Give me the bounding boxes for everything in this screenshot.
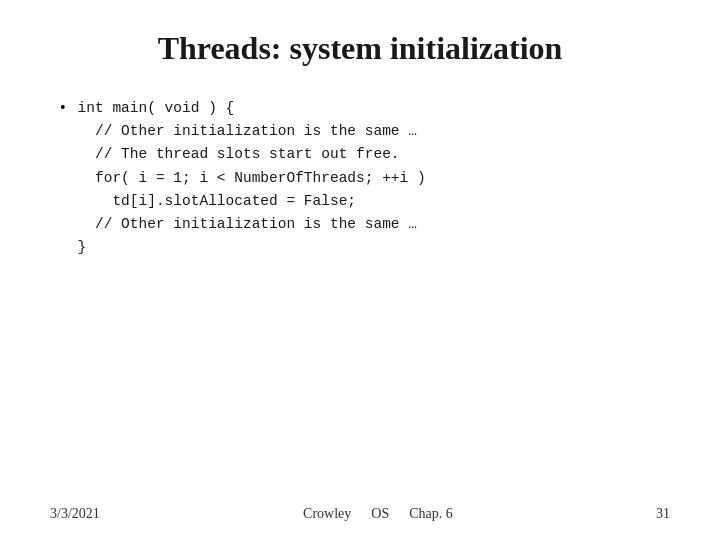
code-block: int main( void ) { // Other initializati… — [78, 97, 426, 259]
footer-subject: OS — [371, 506, 389, 522]
footer-author: Crowley — [303, 506, 351, 522]
footer-page: 31 — [656, 506, 670, 522]
slide-container: Threads: system initialization • int mai… — [0, 0, 720, 540]
footer: 3/3/2021 Crowley OS Chap. 6 31 — [50, 506, 670, 522]
slide-title: Threads: system initialization — [50, 30, 670, 67]
footer-chapter: Chap. 6 — [409, 506, 453, 522]
bullet-item: • int main( void ) { // Other initializa… — [60, 97, 670, 259]
bullet-section: • int main( void ) { // Other initializa… — [50, 97, 670, 259]
bullet-dot: • — [60, 99, 66, 117]
footer-date: 3/3/2021 — [50, 506, 100, 522]
footer-center: Crowley OS Chap. 6 — [303, 506, 453, 522]
